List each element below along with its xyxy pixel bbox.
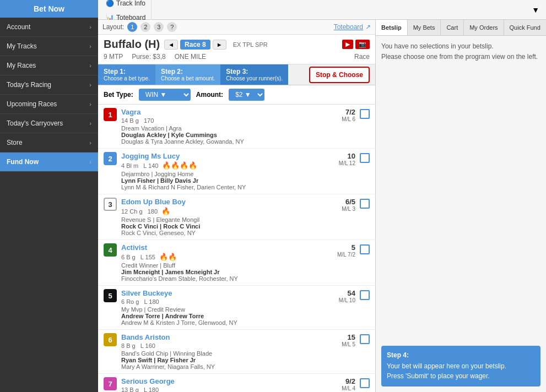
runner-odds: 9/2	[322, 377, 355, 385]
runner-name[interactable]: Bands Ariston	[121, 333, 318, 341]
layout-1[interactable]: 1	[127, 22, 137, 32]
sidebar-item-account[interactable]: Account›	[0, 18, 98, 37]
sidebar-item-label: Store	[7, 139, 23, 146]
runner-odds-block: 9/2 M/L 4	[322, 377, 355, 391]
runner-checkbox[interactable]	[360, 334, 370, 344]
layout-2[interactable]: 2	[140, 22, 150, 32]
sidebar: Bet Now Account›My Tracks›My Races›Today…	[0, 0, 98, 392]
betslip-tab-my-bets[interactable]: My Bets	[408, 20, 441, 35]
sidebar-header: Bet Now	[0, 0, 98, 18]
race-prev-btn[interactable]: ◄	[164, 40, 178, 50]
sidebar-item-store[interactable]: Store›	[0, 133, 98, 153]
nav-end: ▼	[527, 3, 544, 17]
runner-ml: M/L 3	[322, 206, 355, 212]
runner-details: 4 Bl m L 140 🔥🔥🔥🔥	[121, 161, 318, 170]
betslip-tab-cart[interactable]: Cart	[441, 20, 464, 35]
runner-sire: Credit Winner | Bluff	[121, 262, 318, 269]
runner-odds-block: 5 M/L 7/2	[322, 243, 355, 258]
runner-checkbox[interactable]	[360, 378, 370, 388]
sidebar-item-carryovers[interactable]: Today's Carryovers›	[0, 114, 98, 133]
sidebar-item-my-tracks[interactable]: My Tracks›	[0, 37, 98, 56]
runner-checkbox[interactable]	[360, 244, 370, 254]
betslip-step4: Step 4: Your bet will appear here on you…	[381, 346, 540, 386]
sidebar-item-label: Upcoming Races	[7, 100, 57, 108]
runner-odds: 10	[322, 152, 355, 160]
runner-checkbox[interactable]	[360, 199, 370, 209]
runner-number: 4	[104, 243, 117, 257]
runner-sire: Revenue S | Elegante Mongil	[121, 216, 318, 223]
runner-odds: 54	[322, 289, 355, 297]
runner-info: Vagra 14 B g 170 Dream Vacation | Agra D…	[121, 108, 318, 145]
runner-owner: Rock C Vinci, Geneseo, NY	[121, 230, 318, 236]
sidebar-item-upcoming-races[interactable]: Upcoming Races›	[0, 95, 98, 114]
runner-details: 6 Ro g L 180	[121, 298, 318, 305]
runner-trainer: Rock C Vinci | Rock C Vinci	[121, 223, 318, 230]
step3-box: Step 3: Choose your runner(s).	[220, 64, 288, 85]
runner-name[interactable]: Serious George	[121, 377, 318, 385]
layout-help[interactable]: ?	[167, 22, 177, 32]
runner-number: 5	[104, 289, 117, 302]
betslip-tab-betslip[interactable]: Betslip	[376, 20, 408, 35]
runner-owner: Lynn M & Richard N Fisher, Darien Center…	[121, 184, 318, 190]
race-mtp: 9 MTP	[104, 53, 123, 61]
runner-name[interactable]: Jogging Ms Lucy	[121, 152, 318, 160]
race-next-btn[interactable]: ►	[213, 40, 226, 50]
sidebar-item-label: My Tracks	[7, 42, 37, 50]
sidebar-item-label: Fund Now	[7, 158, 39, 166]
chevron-right-icon: ›	[89, 81, 91, 88]
race-video-btn[interactable]: ▶	[342, 40, 353, 49]
runner-number: 7	[104, 377, 117, 390]
runner-owner: Andrew M & Kristen J Torre, Glenwood, NY	[121, 319, 318, 326]
runner-odds-block: 6/5 M/L 3	[322, 198, 355, 212]
runner-number: 2	[104, 152, 117, 165]
race-camera-btn[interactable]: 📷	[355, 40, 370, 49]
runner-name[interactable]: Silver Buckeye	[121, 289, 318, 297]
runner-trainer: Ryan Swift | Ray Fisher Jr	[121, 357, 318, 363]
runner-owner: Douglas & Tyra Joanne Ackley, Gowanda, N…	[121, 138, 318, 145]
runner-checkbox[interactable]	[360, 290, 370, 300]
bet-type-select[interactable]: WIN ▼ PLACE SHOW EXACTA TRIFECTA	[139, 89, 191, 101]
amount-label: Amount:	[196, 91, 223, 99]
nav-dropdown-icon[interactable]: ▼	[527, 3, 544, 17]
sidebar-item-my-races[interactable]: My Races›	[0, 56, 98, 75]
runner-name[interactable]: Vagra	[121, 108, 318, 116]
betslip-tab-quick-fund[interactable]: Quick Fund	[504, 20, 546, 35]
amount-select[interactable]: $2 ▼ $5 $10	[229, 89, 264, 101]
step3-label: Step 3:	[226, 68, 283, 75]
betslip-tabs: BetslipMy BetsCartMy OrdersQuick Fund	[376, 20, 546, 36]
betslip-empty-msg: You have no selections in your betslip.P…	[381, 41, 540, 62]
runner-owner: Mary A Warriner, Niagara Falls, NY	[121, 363, 318, 370]
runner-odds: 5	[322, 243, 355, 252]
nav-tab-icon: 🔵	[106, 0, 114, 7]
sidebar-item-fund-now[interactable]: Fund Now›	[0, 153, 98, 172]
runner-details: 8 B g L 160	[121, 342, 318, 349]
nav-tab-label: Track Info	[116, 0, 145, 7]
runner-odds-block: 7/2 M/L 6	[322, 108, 355, 122]
layout-label: Layout:	[102, 23, 124, 31]
runner-checkbox[interactable]	[360, 153, 370, 163]
runner-icons: 🔥🔥🔥🔥	[160, 161, 198, 170]
main-content: 📋Program🛒Store🔵Track Info📊Toteboard🏆Resu…	[98, 0, 546, 392]
nav-tab-track-info[interactable]: 🔵Track Info	[100, 0, 152, 10]
runner-odds: 15	[322, 333, 355, 341]
runner-info: Activist 6 B g L 155 🔥🔥 Credit Winner | …	[121, 243, 318, 282]
runner-name[interactable]: Edom Up Blue Boy	[121, 198, 318, 206]
race-distance: ONE MILE	[175, 53, 206, 61]
step1-label: Step 1:	[104, 68, 150, 75]
betslip-tab-my-orders[interactable]: My Orders	[464, 20, 504, 35]
step4-title: Step 4:	[387, 351, 535, 359]
toteboard-link[interactable]: Toteboard	[334, 23, 363, 31]
top-nav: 📋Program🛒Store🔵Track Info📊Toteboard🏆Resu…	[98, 0, 546, 20]
runner-checkbox[interactable]	[360, 109, 370, 119]
sidebar-item-todays-racing[interactable]: Today's Racing›	[0, 75, 98, 95]
runner-name[interactable]: Activist	[121, 243, 318, 252]
runner-row: 2 Jogging Ms Lucy 4 Bl m L 140 🔥🔥🔥🔥 Deja…	[98, 149, 375, 194]
runner-trainer: Jim Mcneight | James Mcneight Jr	[121, 269, 318, 275]
runner-details: 14 B g 170	[121, 117, 318, 124]
layout-3[interactable]: 3	[154, 22, 164, 32]
runner-row: 1 Vagra 14 B g 170 Dream Vacation | Agra…	[98, 105, 375, 149]
runner-row: 7 Serious George 13 B g L 180 Cash Hall …	[98, 374, 375, 392]
stop-choose-button[interactable]: Stop & Choose	[309, 67, 370, 83]
runner-details: 6 B g L 155 🔥🔥	[121, 253, 318, 261]
sidebar-item-label: My Races	[7, 62, 36, 69]
